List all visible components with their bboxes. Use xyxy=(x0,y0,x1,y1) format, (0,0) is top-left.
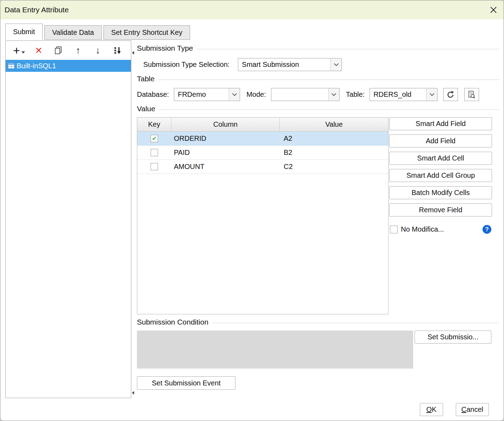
column-header-value: Value xyxy=(280,118,388,131)
set-submission-event-button[interactable]: Set Submission Event xyxy=(137,376,235,390)
help-icon[interactable]: ? xyxy=(483,225,491,234)
list-toolbar: + ✕ ↑ ↓ xyxy=(6,41,131,60)
move-up-button[interactable]: ↑ xyxy=(70,43,86,57)
preview-icon xyxy=(467,90,476,99)
refresh-icon xyxy=(446,90,455,99)
dialog-footer: OK Cancel xyxy=(0,398,504,421)
key-checkbox[interactable] xyxy=(151,163,158,170)
column-header-column: Column xyxy=(171,118,280,131)
smart-add-cell-button[interactable]: Smart Add Cell xyxy=(389,152,492,165)
tab-submit[interactable]: Submit xyxy=(5,24,43,40)
delete-button[interactable]: ✕ xyxy=(31,43,46,57)
list-item-built-in-sql1[interactable]: Built-inSQL1 xyxy=(6,60,131,72)
key-checkbox[interactable]: ✔ xyxy=(151,135,158,142)
reorder-button[interactable] xyxy=(110,43,125,57)
submit-settings-panel: Submission Type Submission Type Selectio… xyxy=(135,40,499,398)
mode-value xyxy=(271,88,328,101)
group-title: Table xyxy=(137,75,155,83)
smart-add-field-button[interactable]: Smart Add Field xyxy=(389,117,492,130)
chevron-down-icon xyxy=(21,51,25,54)
value-buttons: Smart Add Field Add Field Smart Add Cell… xyxy=(389,117,492,234)
submission-type-group: Submission Type xyxy=(137,44,499,52)
table-icon xyxy=(8,63,15,69)
submission-condition-display xyxy=(137,331,413,369)
table-settings-row: Database: FRDemo Mode: Table: RDERS_ol xyxy=(137,88,499,101)
list-item-label: Built-inSQL1 xyxy=(17,62,56,70)
arrow-down-icon: ↓ xyxy=(95,46,100,55)
tab-set-entry-shortcut-key[interactable]: Set Entry Shortcut Key xyxy=(103,25,190,40)
submission-list: Built-inSQL1 xyxy=(6,60,131,398)
table-row[interactable]: AMOUNT C2 xyxy=(137,160,388,174)
cell-value: C2 xyxy=(280,163,388,171)
ok-button[interactable]: OK xyxy=(420,403,443,416)
table-row[interactable]: PAID B2 xyxy=(137,146,388,160)
preview-button[interactable] xyxy=(464,88,479,101)
column-header-key: Key xyxy=(137,118,171,131)
arrow-up-icon: ↑ xyxy=(76,46,81,55)
add-button[interactable]: + xyxy=(11,43,27,57)
no-modification-row: No Modifica... ? xyxy=(389,225,492,234)
copy-icon xyxy=(54,46,63,55)
remove-field-button[interactable]: Remove Field xyxy=(389,203,492,216)
data-entry-attribute-dialog: Data Entry Attribute Submit Validate Dat… xyxy=(0,0,504,421)
value-table: Key Column Value ✔ ORDERID A2 xyxy=(137,117,389,314)
group-divider xyxy=(213,323,499,323)
move-down-button[interactable]: ↓ xyxy=(90,43,106,57)
dialog-title: Data Entry Attribute xyxy=(5,6,69,14)
value-table-header: Key Column Value xyxy=(137,118,388,132)
set-submission-condition-button[interactable]: Set Submissio... xyxy=(415,331,491,344)
title-bar: Data Entry Attribute xyxy=(0,0,504,19)
database-value: FRDemo xyxy=(174,88,229,101)
cell-column: AMOUNT xyxy=(171,163,280,171)
cell-column: PAID xyxy=(171,149,280,157)
table-select[interactable]: RDERS_old xyxy=(370,88,437,101)
tab-bar: Submit Validate Data Set Entry Shortcut … xyxy=(0,19,504,40)
panel-splitter[interactable] xyxy=(131,40,135,398)
table-row[interactable]: ✔ ORDERID A2 xyxy=(137,132,388,146)
chevron-down-icon xyxy=(330,58,341,71)
reorder-icon xyxy=(113,46,122,55)
submission-condition-row: Set Submissio... xyxy=(137,331,499,369)
cell-value: A2 xyxy=(280,134,388,143)
key-checkbox[interactable] xyxy=(151,149,158,156)
submission-type-row: Submission Type Selection: Smart Submiss… xyxy=(143,58,499,71)
table-label: Table: xyxy=(346,90,365,99)
cancel-button[interactable]: Cancel xyxy=(456,403,489,416)
no-modification-checkbox[interactable] xyxy=(390,226,398,233)
database-select[interactable]: FRDemo xyxy=(174,88,240,101)
no-modification-label: No Modifica... xyxy=(401,225,444,233)
refresh-button[interactable] xyxy=(443,88,458,101)
database-label: Database: xyxy=(137,90,169,99)
value-group: Value xyxy=(137,105,499,113)
delete-x-icon: ✕ xyxy=(35,46,43,55)
smart-add-cell-group-button[interactable]: Smart Add Cell Group xyxy=(389,169,492,182)
submission-condition-group: Submission Condition xyxy=(137,318,499,326)
value-area: Key Column Value ✔ ORDERID A2 xyxy=(137,117,499,314)
group-divider xyxy=(159,80,499,80)
cell-value: B2 xyxy=(280,149,388,157)
dialog-content: + ✕ ↑ ↓ xyxy=(0,40,504,398)
chevron-down-icon xyxy=(229,88,240,101)
splitter-collapse-icon[interactable] xyxy=(132,51,134,55)
copy-button[interactable] xyxy=(51,43,66,57)
submission-type-select[interactable]: Smart Submission xyxy=(238,58,342,71)
batch-modify-cells-button[interactable]: Batch Modify Cells xyxy=(389,186,492,199)
splitter-collapse-icon[interactable] xyxy=(132,391,134,395)
mode-select[interactable] xyxy=(271,88,340,101)
table-value: RDERS_old xyxy=(370,88,426,101)
group-title: Value xyxy=(137,105,155,113)
add-field-button[interactable]: Add Field xyxy=(389,134,492,147)
close-icon[interactable] xyxy=(490,6,497,14)
submission-type-selection-label: Submission Type Selection: xyxy=(143,61,229,69)
plus-icon: + xyxy=(13,44,20,56)
tab-validate-data[interactable]: Validate Data xyxy=(44,25,102,40)
group-divider xyxy=(159,109,499,110)
group-divider xyxy=(197,49,499,49)
cell-column: ORDERID xyxy=(171,134,280,143)
group-title: Submission Type xyxy=(137,44,193,52)
group-title: Submission Condition xyxy=(137,318,208,326)
mode-label: Mode: xyxy=(246,90,266,99)
chevron-down-icon xyxy=(426,88,437,101)
submission-list-panel: + ✕ ↑ ↓ xyxy=(5,40,131,398)
chevron-down-icon xyxy=(328,88,339,101)
